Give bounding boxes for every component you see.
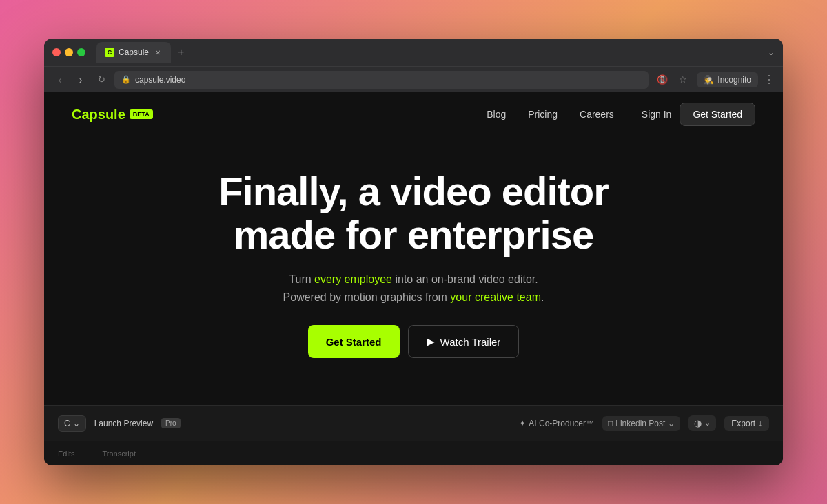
subtitle-highlight1: every employee — [314, 273, 392, 285]
ai-coproducer-button[interactable]: ✦ AI Co-Producer™ — [519, 419, 594, 428]
close-traffic-light[interactable] — [52, 48, 61, 56]
ai-icon: ✦ — [519, 419, 526, 428]
lock-icon: 🔒 — [121, 75, 131, 84]
hero-get-started-button[interactable]: Get Started — [308, 325, 400, 358]
export-label: Export — [731, 419, 755, 428]
export-button[interactable]: Export ↓ — [724, 416, 769, 431]
subtitle-highlight2: your creative team — [450, 291, 541, 303]
incognito-button[interactable]: 🕵 Incognito — [697, 72, 758, 87]
tab-favicon: C — [105, 48, 114, 57]
tab-title: Capsule — [119, 48, 149, 57]
linkedin-chevron: ⌄ — [668, 419, 675, 428]
play-icon: ▶ — [427, 335, 435, 348]
url-bar[interactable]: 🔒 capsule.video — [114, 71, 649, 89]
browser-addressbar: ‹ › ↻ 🔒 capsule.video 📵 ☆ 🕵 Incognito ⋮ — [44, 66, 783, 92]
edits-label: Edits — [58, 450, 74, 458]
site-logo: Capsule BETA — [72, 107, 153, 123]
subtitle-middle: into an on-brand video editor. — [392, 273, 538, 285]
browser-titlebar: C Capsule ✕ + ⌄ — [44, 39, 783, 66]
bookmark-icon[interactable]: ☆ — [675, 72, 691, 88]
linkedin-post-button[interactable]: □ Linkedin Post ⌄ — [602, 416, 680, 431]
hero-title-line1: Finally, a video editor — [218, 169, 609, 213]
nav-link-pricing[interactable]: Pricing — [528, 109, 558, 120]
cast-icon[interactable]: 📵 — [654, 72, 671, 88]
traffic-lights — [52, 48, 85, 56]
active-tab[interactable]: C Capsule ✕ — [96, 42, 171, 63]
nav-links: Blog Pricing Careers — [487, 109, 614, 120]
logo-text: Capsule — [72, 107, 125, 123]
app-c-label: C — [64, 419, 70, 428]
subtitle-before: Turn — [289, 273, 314, 285]
hero-watch-trailer-button[interactable]: ▶ Watch Trailer — [408, 325, 520, 358]
theme-chevron: ⌄ — [704, 419, 711, 428]
app-c-badge[interactable]: C ⌄ — [58, 415, 86, 432]
linkedin-icon: □ — [608, 419, 613, 428]
launch-preview-label: Launch Preview — [94, 419, 153, 428]
theme-toggle-button[interactable]: ◑ ⌄ — [688, 415, 716, 431]
hero-section: Finally, a video editor made for enterpr… — [44, 136, 783, 405]
hero-buttons: Get Started ▶ Watch Trailer — [308, 325, 520, 358]
maximize-traffic-light[interactable] — [77, 48, 85, 56]
beta-badge: BETA — [130, 109, 153, 119]
incognito-label: Incognito — [717, 75, 751, 85]
url-text: capsule.video — [135, 75, 185, 85]
refresh-button[interactable]: ↻ — [94, 72, 109, 87]
expand-tabs-button[interactable]: ⌄ — [768, 48, 775, 57]
app-bottom-bar: Edits Transcript — [44, 441, 783, 465]
nav-link-careers[interactable]: Careers — [580, 109, 614, 120]
pro-badge: Pro — [161, 418, 181, 428]
linkedin-label: Linkedin Post — [615, 419, 665, 428]
browser-window: C Capsule ✕ + ⌄ ‹ › ↻ 🔒 capsule.video 📵 … — [44, 39, 783, 465]
minimize-traffic-light[interactable] — [65, 48, 73, 56]
nav-get-started-button[interactable]: Get Started — [680, 103, 755, 126]
app-c-chevron: ⌄ — [73, 419, 80, 428]
site-navigation: Capsule BETA Blog Pricing Careers Sign I… — [44, 92, 783, 136]
back-button[interactable]: ‹ — [52, 72, 68, 87]
website-content: Capsule BETA Blog Pricing Careers Sign I… — [44, 92, 783, 465]
tab-close-button[interactable]: ✕ — [153, 48, 163, 57]
ai-label: AI Co-Producer™ — [529, 419, 594, 428]
watch-trailer-label: Watch Trailer — [440, 336, 501, 348]
transcript-label: Transcript — [102, 450, 136, 458]
subtitle-newline: Powered by motion graphics from — [283, 291, 451, 303]
theme-icon: ◑ — [694, 418, 702, 428]
hero-title: Finally, a video editor made for enterpr… — [218, 169, 609, 258]
hero-title-line2: made for enterprise — [234, 212, 594, 257]
export-icon: ↓ — [758, 419, 762, 428]
url-actions: 📵 ☆ — [654, 72, 691, 88]
browser-menu-button[interactable]: ⋮ — [764, 73, 775, 86]
app-preview-bar: C ⌄ Launch Preview Pro ✦ AI Co-Producer™… — [44, 405, 783, 441]
signin-link[interactable]: Sign In — [642, 109, 672, 120]
incognito-icon: 🕵 — [704, 75, 714, 85]
new-tab-button[interactable]: + — [174, 46, 188, 59]
subtitle-end: . — [541, 291, 544, 303]
forward-button[interactable]: › — [73, 72, 88, 87]
tab-bar: C Capsule ✕ + — [96, 42, 188, 63]
hero-subtitle: Turn every employee into an on-brand vid… — [283, 271, 544, 306]
nav-link-blog[interactable]: Blog — [487, 109, 506, 120]
